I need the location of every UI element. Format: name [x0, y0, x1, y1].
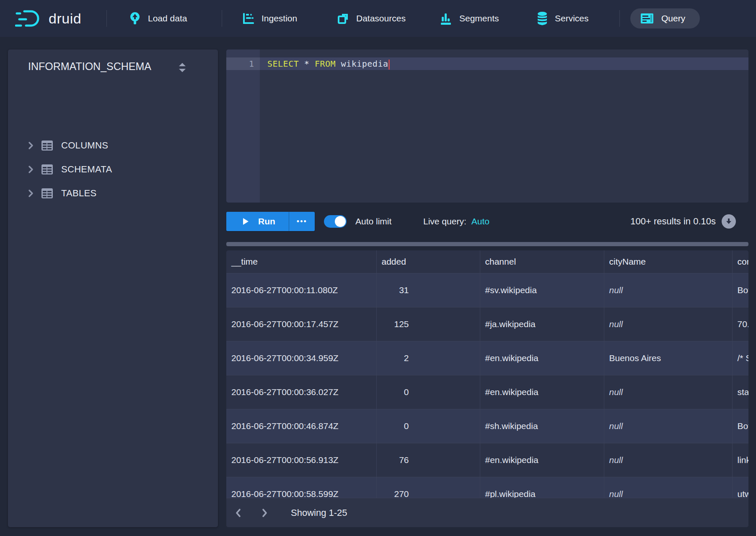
double-caret-vertical-icon[interactable] [177, 61, 188, 74]
table-row: 2016-06-27T00:00:34.959Z2#en.wikipediaBu… [226, 341, 748, 375]
sql-star: * [304, 59, 310, 69]
live-query-value[interactable]: Auto [471, 216, 489, 226]
nav-item-label: Query [661, 13, 685, 23]
more-dots-icon: ••• [297, 217, 307, 226]
play-icon [242, 218, 249, 225]
nav-item-datasources[interactable]: Datasources [337, 0, 406, 37]
table-cell[interactable]: Buenos Aires [604, 341, 732, 375]
table-cell[interactable]: Bot: [732, 409, 748, 443]
druid-logo[interactable]: druid [15, 0, 81, 37]
table-cell[interactable]: null [604, 443, 732, 477]
sidebar-item-schemata[interactable]: SCHEMATA [8, 157, 218, 181]
run-button-label: Run [258, 216, 275, 226]
run-button[interactable]: Run [226, 212, 289, 231]
nav-item-ingestion[interactable]: Ingestion [242, 0, 297, 37]
table-row: 2016-06-27T00:00:11.080Z31#sv.wikipedian… [226, 273, 748, 307]
auto-limit-label: Auto limit [355, 208, 391, 235]
table-icon [41, 141, 53, 151]
download-button[interactable] [722, 214, 736, 229]
druid-logo-icon [15, 8, 43, 29]
sidebar-item-label: COLUMNS [61, 140, 108, 151]
table-row: 2016-06-27T00:00:36.027Z0#en.wikipedianu… [226, 375, 748, 409]
table-cell[interactable]: null [604, 307, 732, 341]
nav-item-segments[interactable]: Segments [439, 0, 499, 37]
table-cell[interactable]: stat [732, 375, 748, 409]
table-cell[interactable]: #en.wikipedia [480, 443, 604, 477]
table-cell[interactable]: Bot: [732, 273, 748, 307]
table-cell[interactable]: 31 [376, 273, 480, 307]
nav-item-label: Segments [459, 13, 499, 23]
column-header-cityName[interactable]: cityName [604, 250, 732, 273]
table-cell[interactable]: link [732, 443, 748, 477]
table-cell[interactable]: #sv.wikipedia [480, 273, 604, 307]
line-number: 1 [226, 57, 254, 70]
table-cell[interactable]: 2016-06-27T00:00:56.913Z [226, 443, 376, 477]
table-cell[interactable]: 2 [376, 341, 480, 375]
nav-item-query[interactable]: Query [630, 8, 700, 29]
table-row: 2016-06-27T00:00:56.913Z76#en.wikipedian… [226, 443, 748, 477]
table-cell[interactable]: 125 [376, 307, 480, 341]
chevron-right-icon[interactable] [26, 189, 35, 198]
table-cell[interactable]: /* Se [732, 341, 748, 375]
sidebar-item-columns[interactable]: COLUMNS [8, 133, 218, 157]
column-header-channel[interactable]: channel [480, 250, 604, 273]
table-cell[interactable]: 2016-06-27T00:00:34.959Z [226, 341, 376, 375]
table-cell[interactable]: #en.wikipedia [480, 375, 604, 409]
panel-splitter[interactable] [226, 242, 748, 246]
previous-page-button[interactable] [233, 507, 244, 518]
schema-title: INFORMATION_SCHEMA [28, 60, 151, 73]
table-cell[interactable]: null [604, 375, 732, 409]
run-more-button[interactable]: ••• [289, 212, 315, 231]
results-panel: __timeaddedchannelcityNamecomment 2016-0… [226, 250, 748, 527]
table-cell[interactable]: 2016-06-27T00:00:11.080Z [226, 273, 376, 307]
table-cell[interactable]: 0 [376, 375, 480, 409]
editor-gutter [226, 49, 260, 203]
top-nav: druid Load data Ingestion [0, 0, 756, 37]
nav-divider [619, 10, 620, 27]
sql-keyword: FROM [315, 59, 336, 69]
run-button-group: Run ••• [226, 212, 315, 231]
column-header-time[interactable]: __time [226, 250, 376, 273]
auto-limit-toggle[interactable] [324, 215, 347, 228]
table-cell[interactable]: null [604, 273, 732, 307]
live-query-label: Live query: [423, 216, 466, 226]
table-header-row: __timeaddedchannelcityNamecomment [226, 250, 748, 273]
column-header-comment[interactable]: comment [732, 250, 748, 273]
sql-editor[interactable]: 1 SELECT * FROM wikipedia [226, 49, 748, 203]
sql-table-name: wikipedia [341, 59, 388, 69]
table-cell[interactable]: #ja.wikipedia [480, 307, 604, 341]
table-cell[interactable]: #sh.wikipedia [480, 409, 604, 443]
sql-keyword: SELECT [267, 59, 299, 69]
table-cell[interactable]: 2016-06-27T00:00:17.457Z [226, 307, 376, 341]
sidebar-item-tables[interactable]: TABLES [8, 181, 218, 205]
nav-item-label: Ingestion [261, 13, 297, 23]
toggle-knob [335, 216, 346, 227]
table-cell[interactable]: #en.wikipedia [480, 341, 604, 375]
text-cursor [388, 60, 390, 70]
services-icon [536, 11, 548, 26]
table-cell[interactable]: 2016-06-27T00:00:46.874Z [226, 409, 376, 443]
sidebar-item-label: SCHEMATA [61, 164, 112, 175]
table-cell[interactable]: 0 [376, 409, 480, 443]
table-body: 2016-06-27T00:00:11.080Z31#sv.wikipedian… [226, 273, 748, 511]
next-page-button[interactable] [259, 507, 270, 518]
datasources-icon [337, 12, 350, 25]
table-cell[interactable]: null [604, 409, 732, 443]
sql-query-text[interactable]: SELECT * FROM wikipedia [267, 57, 390, 70]
sidebar-item-label: TABLES [61, 188, 97, 199]
nav-divider [222, 10, 222, 27]
query-icon [640, 13, 654, 24]
results-table: __timeaddedchannelcityNamecomment 2016-0… [226, 250, 748, 511]
ingestion-icon [242, 12, 255, 25]
column-header-added[interactable]: added [376, 250, 480, 273]
table-cell[interactable]: 2016-06-27T00:00:36.027Z [226, 375, 376, 409]
nav-item-services[interactable]: Services [536, 0, 589, 37]
chevron-right-icon[interactable] [26, 141, 35, 150]
chevron-right-icon[interactable] [26, 165, 35, 174]
nav-item-load-data[interactable]: Load data [129, 0, 187, 37]
table-row: 2016-06-27T00:00:17.457Z125#ja.wikipedia… [226, 307, 748, 341]
table-row: 2016-06-27T00:00:46.874Z0#sh.wikipedianu… [226, 409, 748, 443]
table-cell[interactable]: 70.2 [732, 307, 748, 341]
table-cell[interactable]: 76 [376, 443, 480, 477]
segments-icon [439, 12, 453, 25]
